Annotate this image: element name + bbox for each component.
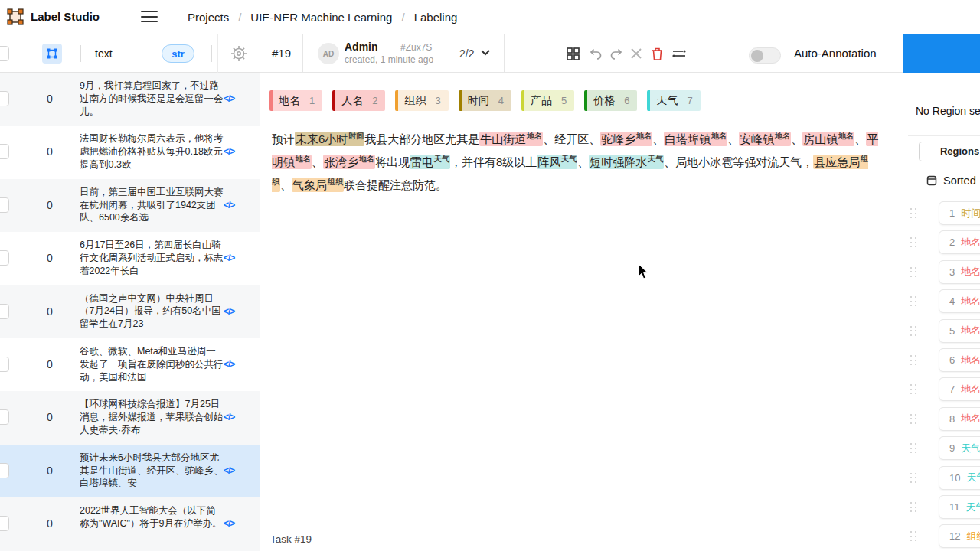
auto-annotation-toggle[interactable] (749, 47, 781, 64)
task-row-checkbox[interactable] (0, 250, 9, 266)
label-chip-6[interactable]: 价格6 (584, 90, 637, 111)
region-card[interactable]: 11天气 (939, 495, 980, 519)
regions-sort-control[interactable]: Sorted (926, 174, 976, 187)
undo-icon[interactable] (586, 44, 605, 63)
column-header-text[interactable]: text (95, 47, 113, 60)
entity-region[interactable]: 雷电天气 (410, 155, 450, 169)
drag-handle-icon[interactable] (910, 502, 916, 512)
plain-text: 将出现 (375, 155, 410, 168)
region-card[interactable]: 7地名 (939, 377, 980, 401)
code-icon[interactable]: </> (224, 518, 234, 529)
region-card[interactable]: 10天气 (939, 466, 980, 490)
entity-region[interactable]: 驼峰乡地名 (600, 132, 652, 146)
label-chip-bar: 地名1人名2组织3时间4产品5价格6天气7 (270, 90, 701, 111)
entity-region[interactable]: 房山镇地名 (802, 132, 854, 146)
task-row[interactable]: 0（德国之声中文网）中央社周日（7月24日）报导，约有50名中国留学生在7月23… (0, 285, 260, 338)
entity-region[interactable]: 气象局组织 (292, 178, 344, 192)
annotation-text[interactable]: 预计未来6小时时间我县大部分地区尤其是牛山街道地名、经开区、驼峰乡地名、白塔埠镇… (272, 126, 883, 195)
breadcrumb-item[interactable]: Labeling (414, 11, 458, 24)
drag-handle-icon[interactable] (910, 267, 916, 277)
gear-icon[interactable] (230, 44, 248, 63)
task-row-checkbox[interactable] (0, 197, 9, 213)
region-card[interactable]: 9天气 (939, 436, 980, 460)
submit-button[interactable] (903, 34, 980, 73)
drag-handle-icon[interactable] (910, 384, 916, 394)
region-card[interactable]: 6地名 (939, 348, 980, 372)
code-icon[interactable]: </> (224, 359, 234, 370)
reset-close-icon[interactable] (627, 44, 645, 63)
region-card[interactable]: 2地名 (939, 230, 980, 254)
region-card[interactable]: 12组织 (939, 524, 980, 548)
regions-dropdown-button[interactable]: Regions 1 (919, 142, 980, 161)
task-text-preview: 日前，第三届中国工业互联网大赛在杭州闭幕，共吸引了1942支团队、6500余名选 (80, 186, 224, 224)
task-annotation-count: 0 (38, 93, 61, 105)
drag-handle-icon[interactable] (910, 443, 916, 453)
label-chip-1[interactable]: 地名1 (270, 90, 322, 111)
label-chip-7[interactable]: 天气7 (647, 90, 700, 111)
label-chip-4[interactable]: 时间4 (459, 90, 511, 111)
task-row-checkbox[interactable] (0, 144, 9, 159)
entity-region[interactable]: 阵风天气 (537, 155, 577, 169)
entity-region[interactable]: 安峰镇地名 (739, 132, 791, 146)
entity-region[interactable]: 短时强降水天气 (589, 155, 664, 169)
breadcrumb-item[interactable]: Projects (188, 11, 229, 24)
redo-icon[interactable] (607, 44, 626, 63)
label-chip-3[interactable]: 组织3 (395, 90, 448, 111)
region-card[interactable]: 5地名 (939, 319, 980, 343)
region-select-tool-button[interactable] (42, 44, 62, 64)
drag-handle-icon[interactable] (910, 208, 916, 218)
code-icon[interactable]: </> (224, 200, 234, 210)
label-chip-5[interactable]: 产品5 (521, 90, 574, 111)
drag-handle-icon[interactable] (910, 355, 916, 365)
drag-handle-icon[interactable] (910, 414, 916, 424)
entity-region[interactable]: 未来6小时时间 (295, 132, 364, 146)
task-row-checkbox[interactable] (0, 516, 9, 531)
task-row-checkbox[interactable] (0, 409, 9, 425)
task-text-preview: 谷歌、微软、Meta和亚马逊周一发起了一项旨在废除闰秒的公共行动，美国和法国 (80, 345, 224, 383)
task-row[interactable]: 0预计未来6小时我县大部分地区尤其是牛山街道、经开区、驼峰乡、白塔埠镇、安</> (0, 445, 260, 497)
task-row[interactable]: 06月17日至26日，第四届长白山骑行文化周系列活动正式启动，标志着2022年长… (0, 232, 260, 285)
code-icon[interactable]: </> (224, 253, 234, 263)
delete-trash-icon[interactable] (648, 44, 666, 63)
hamburger-menu-icon[interactable] (141, 11, 158, 23)
entity-region[interactable]: 牛山街道地名 (479, 132, 543, 146)
drag-handle-icon[interactable] (910, 237, 916, 247)
label-chip-2[interactable]: 人名2 (332, 90, 385, 111)
grid-view-icon[interactable] (564, 44, 582, 63)
code-icon[interactable]: </> (224, 412, 234, 422)
no-region-selected-text: No Region se (916, 105, 980, 117)
task-row-checkbox[interactable] (0, 304, 9, 319)
task-row-checkbox[interactable] (0, 463, 9, 478)
select-all-checkbox[interactable] (0, 46, 9, 61)
label-studio-logo-icon[interactable] (7, 8, 24, 25)
task-row[interactable]: 0【环球网科技综合报道】7月25日消息，据外媒报道，苹果联合创始人史蒂夫·乔布<… (0, 391, 260, 444)
region-card[interactable]: 8地名 (939, 407, 980, 431)
code-icon[interactable]: </> (224, 306, 234, 317)
chevron-down-icon[interactable] (481, 50, 490, 56)
drag-handle-icon[interactable] (910, 296, 916, 306)
task-row[interactable]: 0日前，第三届中国工业互联网大赛在杭州闭幕，共吸引了1942支团队、6500余名… (0, 179, 260, 232)
code-icon[interactable]: </> (224, 146, 234, 157)
task-row-checkbox[interactable] (0, 91, 9, 106)
entity-label-tag: 地名 (838, 132, 854, 140)
code-icon[interactable]: </> (224, 93, 234, 104)
entity-region[interactable]: 白塔埠镇地名 (664, 132, 727, 146)
region-card[interactable]: 4地名 (939, 289, 980, 313)
drag-handle-icon[interactable] (910, 326, 916, 336)
task-row[interactable]: 09月，我打算启程回家了，不过路过南方的时候我还是是会逗留一会儿。</> (0, 73, 260, 126)
annotation-id: #Zux7S (400, 42, 432, 53)
task-row[interactable]: 02022世界人工智能大会（以下简称为"WAIC"）将于9月在沪举办。</> (0, 497, 260, 550)
drag-handle-icon[interactable] (910, 531, 916, 541)
region-card[interactable]: 1时间 (939, 201, 980, 225)
code-icon[interactable]: </> (224, 465, 234, 476)
plain-text: 、 (791, 132, 802, 145)
task-row-checkbox[interactable] (0, 357, 9, 372)
region-list-item: 4地名 (903, 289, 980, 313)
drag-handle-icon[interactable] (910, 473, 916, 483)
task-row[interactable]: 0法国财长勒梅尔周六表示，他将考虑把燃油价格补贴从每升0.18欧元提高到0.3欧… (0, 126, 260, 178)
breadcrumb-item[interactable]: UIE-NER Machine Learning (250, 11, 392, 24)
swap-arrows-icon[interactable] (670, 44, 688, 63)
region-card[interactable]: 3地名 (939, 260, 980, 284)
task-row[interactable]: 0谷歌、微软、Meta和亚马逊周一发起了一项旨在废除闰秒的公共行动，美国和法国<… (0, 338, 260, 391)
entity-region[interactable]: 张湾乡地名 (323, 155, 375, 169)
